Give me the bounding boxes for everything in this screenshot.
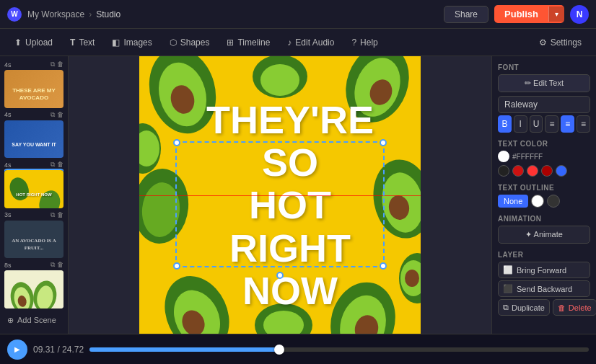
scene-thumb-5 <box>4 270 63 308</box>
scene-delete-icon-3[interactable]: 🗑 <box>57 161 63 169</box>
toolbar-upload[interactable]: ⬆ Upload <box>7 34 60 51</box>
font-section-label: FONT <box>498 63 590 71</box>
publish-dropdown-button[interactable]: ▾ <box>548 6 564 22</box>
scene-thumb-2: SAY YOU WANT IT <box>4 120 63 159</box>
scene-copy-icon-3[interactable]: ⧉ <box>51 161 55 169</box>
align-left-button[interactable]: ≡ <box>545 115 558 133</box>
share-button[interactable]: Share <box>444 6 488 23</box>
progress-handle[interactable] <box>274 345 284 355</box>
color-swatch-blue[interactable] <box>556 165 567 177</box>
publish-group: Publish ▾ <box>494 5 564 23</box>
scene-delete-icon-5[interactable]: 🗑 <box>57 261 63 269</box>
canvas-text[interactable]: THEY'RE SO HOT RIGHT NOW <box>189 99 391 313</box>
publish-button[interactable]: Publish <box>494 5 548 23</box>
images-icon: ◧ <box>112 37 120 48</box>
progress-fill <box>89 347 279 352</box>
send-backward-button[interactable]: ⬛ Send Backward <box>498 280 590 297</box>
scene-duration-2: 4s ⧉ 🗑 <box>4 111 63 119</box>
upload-icon: ⬆ <box>14 37 22 48</box>
font-section: FONT ✏ Edit Text Raleway B I U ≡ ≡ ≡ <box>498 63 590 133</box>
toolbar-audio[interactable]: ♪ Edit Audio <box>280 34 341 51</box>
scene-copy-icon-4[interactable]: ⧉ <box>51 211 55 219</box>
color-swatch-white[interactable] <box>498 151 509 162</box>
workspace-link[interactable]: My Workspace <box>27 9 84 19</box>
text-outline-section: TEXT OUTLINE None <box>498 184 590 208</box>
timeline-icon: ⊞ <box>227 37 234 48</box>
layer-section-label: LAYER <box>498 251 590 259</box>
text-color-section: TEXT COLOR #FFFFFF <box>498 140 590 177</box>
toolbar-shapes[interactable]: ⬡ Shapes <box>162 34 217 51</box>
italic-button[interactable]: I <box>514 115 527 133</box>
user-avatar[interactable]: N <box>570 5 589 24</box>
scene-copy-icon-5[interactable]: ⧉ <box>51 261 55 269</box>
bring-forward-icon: ⬜ <box>503 265 513 275</box>
toolbar: ⬆ Upload T Text ◧ Images ⬡ Shapes ⊞ Time… <box>0 29 596 56</box>
add-scene-button[interactable]: ⊕ Bring Forward Add Scene <box>4 311 63 329</box>
scene-delete-icon-1[interactable]: 🗑 <box>57 61 63 68</box>
scene-item-3[interactable]: 4s ⧉ 🗑 HOT RIGHT NOW <box>4 161 63 208</box>
animation-section-label: ANIMATION <box>498 215 590 223</box>
main-content: 4s ⧉ 🗑 THESE ARE MY AVOCADO 4s ⧉ 🗑 SAY Y <box>0 56 596 334</box>
timeline: ▶ 09.31 / 24.72 <box>0 334 596 364</box>
animate-button[interactable]: ✦ Animate <box>498 226 590 244</box>
scene-delete-icon-4[interactable]: 🗑 <box>57 211 63 219</box>
scene-thumb-4 <box>4 221 63 259</box>
play-button[interactable]: ▶ <box>7 339 27 360</box>
color-swatch-black[interactable] <box>498 165 509 177</box>
brand-logo: W <box>7 7 22 22</box>
time-display: 09.31 / 24.72 <box>33 345 84 355</box>
bring-forward-button[interactable]: ⬜ Bring Forward <box>498 262 590 278</box>
preset-colors-row <box>498 165 590 177</box>
scene-item-1[interactable]: 4s ⧉ 🗑 THESE ARE MY AVOCADO <box>4 61 63 108</box>
shapes-icon: ⬡ <box>170 37 177 48</box>
breadcrumb: My Workspace › Studio <box>27 9 120 19</box>
toolbar-timeline[interactable]: ⊞ Timeline <box>219 34 277 51</box>
scene-item-5[interactable]: 8s ⧉ 🗑 <box>4 261 63 308</box>
scene-duration-1: 4s ⧉ 🗑 <box>4 61 63 68</box>
audio-icon: ♪ <box>287 37 292 48</box>
breadcrumb-studio: Studio <box>96 9 120 19</box>
bold-button[interactable]: B <box>498 115 512 133</box>
duplicate-button[interactable]: ⧉ Duplicate <box>498 299 550 316</box>
duplicate-icon: ⧉ <box>503 303 509 312</box>
text-outline-label: TEXT OUTLINE <box>498 184 590 192</box>
scene-item-2[interactable]: 4s ⧉ 🗑 SAY YOU WANT IT <box>4 111 63 159</box>
toolbar-images[interactable]: ◧ Images <box>105 34 159 51</box>
layer-section: LAYER ⬜ Bring Forward ⬛ Send Backward ⧉ … <box>498 251 590 316</box>
scenes-panel: 4s ⧉ 🗑 THESE ARE MY AVOCADO 4s ⧉ 🗑 SAY Y <box>0 56 69 334</box>
toolbar-text[interactable]: T Text <box>63 34 102 51</box>
color-swatch-red[interactable] <box>527 165 538 177</box>
align-center-button[interactable]: ≡ <box>561 115 574 133</box>
send-backward-icon: ⬛ <box>503 284 513 293</box>
outline-swatch-white[interactable] <box>531 195 544 208</box>
outline-none-button[interactable]: None <box>498 195 528 208</box>
animation-section: ANIMATION ✦ Animate <box>498 215 590 244</box>
toolbar-help[interactable]: ? Help <box>344 34 385 51</box>
topbar: W My Workspace › Studio Share Publish ▾ … <box>0 0 596 29</box>
color-row: #FFFFFF <box>498 151 590 162</box>
canvas-wrapper[interactable]: THEY'RE SO HOT RIGHT NOW <box>139 56 421 334</box>
edit-text-button[interactable]: ✏ Edit Text <box>498 74 590 92</box>
scene-delete-icon-2[interactable]: 🗑 <box>57 111 63 119</box>
progress-bar[interactable] <box>89 347 589 352</box>
text-icon: T <box>70 37 75 48</box>
delete-button[interactable]: 🗑 Delete <box>553 299 596 316</box>
scene-copy-icon-1[interactable]: ⧉ <box>51 61 55 68</box>
outline-row: None <box>498 195 590 208</box>
scene-thumb-3: HOT RIGHT NOW <box>4 170 63 208</box>
font-selector[interactable]: Raleway <box>498 96 590 113</box>
color-swatch-darkred2[interactable] <box>541 165 553 177</box>
canvas-background: THEY'RE SO HOT RIGHT NOW <box>139 56 421 334</box>
toolbar-settings[interactable]: ⚙ Settings <box>532 34 589 51</box>
settings-icon: ⚙ <box>539 37 547 48</box>
outline-swatch-dark[interactable] <box>547 195 560 208</box>
color-swatch-darkred[interactable] <box>512 165 524 177</box>
scene-item-4[interactable]: 3s ⧉ 🗑 <box>4 211 63 259</box>
scene-copy-icon-2[interactable]: ⧉ <box>51 111 55 119</box>
text-color-label: TEXT COLOR <box>498 140 590 148</box>
underline-button[interactable]: U <box>530 115 543 133</box>
help-icon: ? <box>351 37 356 48</box>
add-icon: ⊕ <box>7 316 14 325</box>
canvas-area: THEY'RE SO HOT RIGHT NOW <box>69 56 491 334</box>
align-right-button[interactable]: ≡ <box>577 115 590 133</box>
